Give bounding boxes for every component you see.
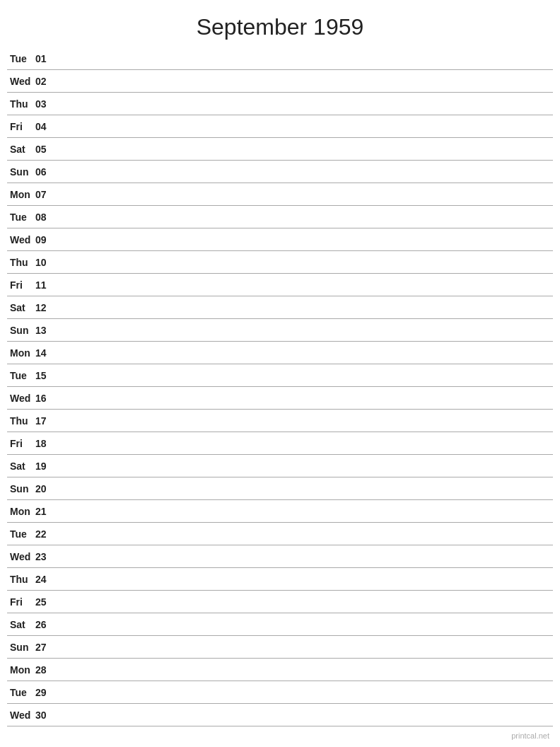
- day-line: [57, 171, 553, 172]
- day-number: 05: [35, 144, 57, 155]
- day-number: 12: [35, 302, 57, 313]
- day-number: 09: [35, 234, 57, 245]
- day-number: 01: [35, 53, 57, 64]
- day-number: 20: [35, 483, 57, 494]
- day-line: [57, 398, 553, 398]
- day-number: 30: [35, 710, 57, 721]
- day-line: [57, 624, 553, 625]
- day-name: Thu: [7, 574, 35, 585]
- day-line: [57, 330, 553, 330]
- day-line: [57, 262, 553, 262]
- day-number: 02: [35, 76, 57, 87]
- day-line: [57, 647, 553, 647]
- day-number: 22: [35, 528, 57, 540]
- calendar-row: Wed02: [7, 70, 553, 93]
- day-name: Sat: [7, 461, 35, 472]
- day-number: 19: [35, 461, 57, 472]
- day-line: [57, 352, 553, 353]
- calendar-row: Mon21: [7, 500, 553, 523]
- day-number: 04: [35, 121, 57, 132]
- day-line: [57, 533, 553, 534]
- calendar-row: Wed30: [7, 704, 553, 726]
- day-line: [57, 194, 553, 195]
- day-number: 27: [35, 642, 57, 653]
- day-number: 29: [35, 687, 57, 698]
- day-line: [57, 103, 553, 104]
- day-line: [57, 126, 553, 127]
- calendar-row: Wed23: [7, 545, 553, 568]
- calendar-row: Sun27: [7, 636, 553, 659]
- day-name: Mon: [7, 347, 35, 359]
- calendar-row: Tue22: [7, 523, 553, 545]
- day-number: 06: [35, 166, 57, 178]
- calendar-row: Sun06: [7, 161, 553, 183]
- day-line: [57, 375, 553, 376]
- day-number: 21: [35, 506, 57, 517]
- day-line: [57, 307, 553, 308]
- day-line: [57, 465, 553, 466]
- day-line: [57, 58, 553, 59]
- day-line: [57, 488, 553, 489]
- day-line: [57, 81, 553, 81]
- day-line: [57, 284, 553, 285]
- day-name: Wed: [7, 551, 35, 562]
- day-line: [57, 692, 553, 693]
- calendar-grid: Tue01Wed02Thu03Fri04Sat05Sun06Mon07Tue08…: [0, 47, 560, 726]
- day-line: [57, 714, 553, 715]
- day-name: Wed: [7, 393, 35, 404]
- day-number: 07: [35, 189, 57, 200]
- day-line: [57, 511, 553, 511]
- day-name: Wed: [7, 76, 35, 87]
- day-name: Mon: [7, 189, 35, 200]
- calendar-row: Mon14: [7, 342, 553, 364]
- calendar-row: Fri18: [7, 432, 553, 455]
- day-name: Wed: [7, 234, 35, 245]
- calendar-row: Fri11: [7, 274, 553, 296]
- calendar-row: Tue08: [7, 206, 553, 228]
- calendar-row: Thu03: [7, 93, 553, 115]
- day-name: Tue: [7, 370, 35, 381]
- day-number: 28: [35, 664, 57, 676]
- day-number: 23: [35, 551, 57, 562]
- day-name: Tue: [7, 53, 35, 64]
- day-line: [57, 216, 553, 217]
- day-name: Thu: [7, 98, 35, 110]
- day-number: 14: [35, 347, 57, 359]
- day-name: Fri: [7, 121, 35, 132]
- calendar-row: Fri04: [7, 115, 553, 138]
- day-name: Thu: [7, 415, 35, 427]
- day-name: Sun: [7, 166, 35, 178]
- day-number: 16: [35, 393, 57, 404]
- footer-credit: printcal.net: [511, 731, 549, 740]
- day-name: Tue: [7, 687, 35, 698]
- day-line: [57, 420, 553, 421]
- day-line: [57, 149, 553, 149]
- day-name: Sat: [7, 144, 35, 155]
- calendar-row: Sat26: [7, 613, 553, 636]
- day-line: [57, 601, 553, 602]
- day-name: Tue: [7, 528, 35, 540]
- calendar-row: Tue01: [7, 47, 553, 70]
- calendar-row: Sun20: [7, 477, 553, 500]
- day-line: [57, 239, 553, 240]
- calendar-row: Mon28: [7, 659, 553, 681]
- day-name: Sun: [7, 483, 35, 494]
- day-line: [57, 579, 553, 579]
- day-number: 17: [35, 415, 57, 427]
- day-name: Fri: [7, 596, 35, 608]
- day-line: [57, 556, 553, 557]
- calendar-row: Tue15: [7, 364, 553, 387]
- day-name: Sun: [7, 325, 35, 336]
- calendar-row: Fri25: [7, 591, 553, 613]
- day-line: [57, 443, 553, 444]
- day-name: Thu: [7, 257, 35, 268]
- day-number: 24: [35, 574, 57, 585]
- page-title: September 1959: [0, 0, 560, 47]
- day-number: 25: [35, 596, 57, 608]
- calendar-row: Wed09: [7, 228, 553, 251]
- day-number: 11: [35, 279, 57, 291]
- day-number: 15: [35, 370, 57, 381]
- calendar-row: Thu17: [7, 410, 553, 432]
- day-number: 26: [35, 619, 57, 630]
- calendar-row: Tue29: [7, 681, 553, 704]
